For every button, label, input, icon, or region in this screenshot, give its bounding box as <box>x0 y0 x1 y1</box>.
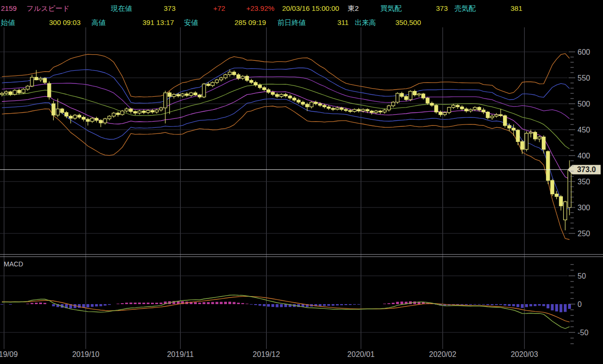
macd-signal-line <box>2 297 570 322</box>
price-chart-canvas[interactable]: 373.0600550500450400350300250500-502019/… <box>0 0 603 364</box>
macd-panel-label: MACD <box>4 260 23 268</box>
macd-line <box>2 295 570 329</box>
macd-lines <box>2 295 570 329</box>
svg-text:550: 550 <box>578 74 590 82</box>
bollinger-bands <box>2 54 570 240</box>
svg-text:2019/12: 2019/12 <box>253 350 280 358</box>
panel-separator <box>0 255 603 257</box>
svg-text:400: 400 <box>578 152 590 160</box>
macd-axis: 500-50 <box>569 265 588 344</box>
svg-text:2020/01: 2020/01 <box>347 350 375 358</box>
svg-text:-50: -50 <box>578 329 588 337</box>
svg-text:0: 0 <box>578 300 582 308</box>
svg-text:250: 250 <box>578 230 590 238</box>
svg-text:2019/09: 2019/09 <box>0 350 18 358</box>
svg-text:500: 500 <box>578 100 590 108</box>
svg-text:450: 450 <box>578 126 590 134</box>
svg-text:2019/11: 2019/11 <box>167 350 194 358</box>
stock-chart-app: 2159 フルスピード 現在値 373 +72 +23.92% 20/03/16… <box>0 0 603 364</box>
svg-text:50: 50 <box>578 272 586 280</box>
x-axis-labels: 2019/092019/102019/112019/122020/012020/… <box>0 350 538 358</box>
svg-text:300: 300 <box>578 204 590 212</box>
price-axis: 600550500450400350300250 <box>569 48 590 238</box>
svg-text:2019/10: 2019/10 <box>72 350 100 358</box>
svg-text:373.0: 373.0 <box>577 165 596 174</box>
svg-text:2020/02: 2020/02 <box>429 350 456 358</box>
svg-text:600: 600 <box>578 48 590 56</box>
svg-text:2020/03: 2020/03 <box>511 350 538 358</box>
current-price-tag: 373.0 <box>568 165 601 174</box>
svg-text:350: 350 <box>578 178 590 186</box>
